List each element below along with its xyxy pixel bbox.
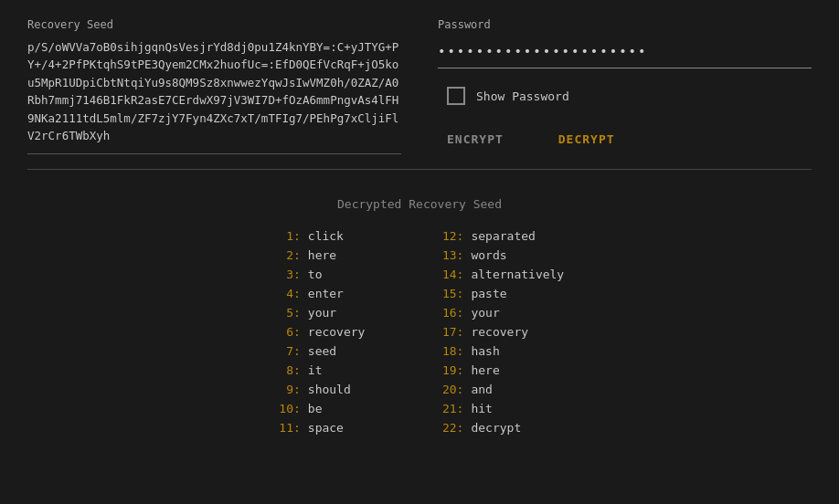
word-value: recovery	[308, 325, 366, 339]
word-number: 21:	[438, 402, 463, 415]
word-number: 8:	[275, 363, 301, 377]
word-value: to	[308, 268, 323, 281]
list-item: 21:hit	[438, 402, 564, 415]
list-item: 6:recovery	[275, 325, 366, 339]
word-value: hit	[471, 402, 492, 415]
word-number: 12:	[438, 229, 463, 243]
word-value: hash	[471, 344, 499, 358]
word-number: 5:	[275, 306, 301, 320]
word-number: 17:	[438, 325, 463, 339]
word-number: 15:	[438, 287, 463, 300]
list-item: 11:space	[275, 421, 366, 435]
main-container: Recovery Seed p/S/oWVVa7oB0sihjgqnQsVesj…	[0, 0, 839, 453]
word-number: 20:	[438, 383, 463, 396]
word-value: it	[308, 363, 323, 377]
word-number: 7:	[275, 344, 301, 358]
list-item: 14:alternatively	[438, 268, 564, 281]
word-value: be	[308, 402, 323, 415]
decrypted-title: Decrypted Recovery Seed	[27, 197, 812, 211]
word-number: 3:	[275, 268, 301, 281]
word-value: should	[308, 383, 351, 396]
divider	[27, 169, 812, 170]
word-value: your	[308, 306, 336, 320]
word-number: 9:	[275, 383, 301, 396]
words-column-left: 1:click2:here3:to4:enter5:your6:recovery…	[275, 229, 366, 435]
word-number: 14:	[438, 268, 463, 281]
list-item: 18:hash	[438, 344, 564, 358]
word-number: 22:	[438, 421, 463, 435]
word-number: 11:	[275, 421, 301, 435]
word-value: here	[308, 248, 336, 262]
left-panel: Recovery Seed p/S/oWVVa7oB0sihjgqnQsVesj…	[27, 18, 401, 154]
list-item: 16:your	[438, 306, 564, 320]
word-number: 10:	[275, 402, 301, 415]
word-value: decrypt	[471, 421, 521, 435]
word-number: 18:	[438, 344, 463, 358]
word-value: separated	[471, 229, 535, 243]
show-password-checkbox[interactable]	[447, 87, 465, 105]
list-item: 13:words	[438, 248, 564, 262]
list-item: 3:to	[275, 268, 366, 281]
list-item: 15:paste	[438, 287, 564, 300]
word-value: click	[308, 229, 344, 243]
word-value: recovery	[471, 325, 528, 339]
list-item: 5:your	[275, 306, 366, 320]
word-value: enter	[308, 287, 344, 300]
word-value: alternatively	[471, 268, 564, 281]
word-number: 6:	[275, 325, 301, 339]
word-value: space	[308, 421, 344, 435]
word-number: 16:	[438, 306, 463, 320]
word-value: here	[471, 363, 499, 377]
word-number: 2:	[275, 248, 301, 262]
list-item: 4:enter	[275, 287, 366, 300]
list-item: 10:be	[275, 402, 366, 415]
top-section: Recovery Seed p/S/oWVVa7oB0sihjgqnQsVesj…	[27, 18, 812, 154]
word-value: your	[471, 306, 499, 320]
list-item: 17:recovery	[438, 325, 564, 339]
word-value: words	[471, 248, 506, 262]
word-number: 19:	[438, 363, 463, 377]
words-grid: 1:click2:here3:to4:enter5:your6:recovery…	[27, 229, 812, 435]
show-password-row: Show Password	[438, 87, 812, 105]
word-value: seed	[308, 344, 336, 358]
buttons-row: ENCRYPT DECRYPT	[438, 132, 812, 146]
list-item: 19:here	[438, 363, 564, 377]
list-item: 9:should	[275, 383, 366, 396]
password-dots: ••••••••••••••••••••••	[438, 38, 812, 64]
list-item: 8:it	[275, 363, 366, 377]
word-value: paste	[471, 287, 506, 300]
list-item: 2:here	[275, 248, 366, 262]
encrypt-button[interactable]: ENCRYPT	[447, 132, 504, 146]
list-item: 1:click	[275, 229, 366, 243]
word-number: 4:	[275, 287, 301, 300]
password-label: Password	[438, 18, 812, 31]
words-column-right: 12:separated13:words14:alternatively15:p…	[438, 229, 564, 435]
list-item: 12:separated	[438, 229, 564, 243]
password-field-container: ••••••••••••••••••••••	[438, 38, 812, 68]
list-item: 22:decrypt	[438, 421, 564, 435]
show-password-label: Show Password	[476, 89, 569, 103]
decrypted-section: Decrypted Recovery Seed 1:click2:here3:t…	[27, 197, 812, 435]
decrypt-button[interactable]: DECRYPT	[558, 132, 615, 146]
list-item: 20:and	[438, 383, 564, 396]
right-panel: Password •••••••••••••••••••••• Show Pas…	[420, 18, 812, 146]
recovery-seed-label: Recovery Seed	[27, 18, 401, 31]
word-number: 13:	[438, 248, 463, 262]
list-item: 7:seed	[275, 344, 366, 358]
seed-text: p/S/oWVVa7oB0sihjgqnQsVesjrYd8dj0pu1Z4kn…	[27, 38, 401, 154]
word-value: and	[471, 383, 492, 396]
word-number: 1:	[275, 229, 301, 243]
